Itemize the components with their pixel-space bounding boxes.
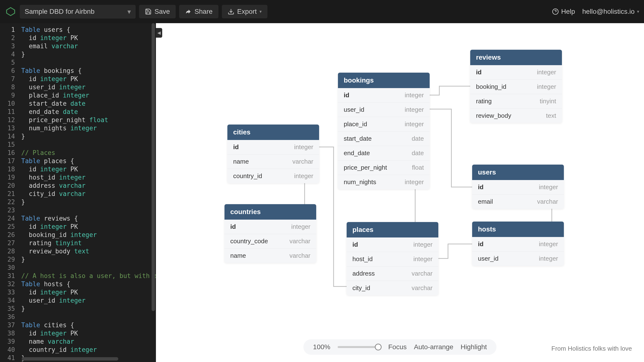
table-row[interactable]: idinteger — [228, 140, 319, 154]
table-cities[interactable]: citiesidintegernamevarcharcountry_idinte… — [228, 124, 319, 183]
column-name: id — [230, 223, 236, 230]
table-row[interactable]: end_datedate — [338, 146, 430, 160]
table-row[interactable]: user_idinteger — [338, 102, 430, 117]
table-places[interactable]: placesidintegerhost_idintegeraddressvarc… — [346, 222, 438, 295]
table-reviews[interactable]: reviewsidintegerbooking_idintegerratingt… — [470, 50, 562, 123]
chevron-down-icon: ▾ — [637, 9, 639, 14]
app-logo[interactable] — [5, 6, 16, 18]
table-header[interactable]: places — [346, 222, 438, 238]
table-row[interactable]: review_bodytext — [470, 108, 562, 123]
table-bookings[interactable]: bookingsidintegeruser_idintegerplace_idi… — [338, 73, 430, 189]
editor-scrollbar-vertical[interactable] — [151, 23, 155, 362]
share-label: Share — [194, 8, 213, 16]
table-row[interactable]: idinteger — [224, 220, 316, 234]
table-header[interactable]: bookings — [338, 73, 430, 88]
table-users[interactable]: usersidintegeremailvarchar — [472, 164, 564, 209]
share-button[interactable]: Share — [179, 5, 218, 18]
table-row[interactable]: addressvarchar — [346, 266, 438, 281]
zoom-slider-thumb[interactable] — [374, 344, 382, 350]
column-name: country_id — [233, 172, 262, 180]
auto-arrange-button[interactable]: Auto-arrange — [414, 343, 453, 351]
column-type: integer — [291, 223, 311, 230]
column-type: varchar — [412, 284, 432, 292]
table-row[interactable]: place_idinteger — [338, 117, 430, 132]
code-editor[interactable]: 1234567891011121314151617181920212223242… — [0, 23, 156, 362]
column-type: integer — [539, 255, 558, 262]
user-email: hello@holistics.io — [582, 8, 634, 16]
help-icon — [552, 8, 559, 15]
table-row[interactable]: user_idinteger — [472, 252, 564, 266]
table-row[interactable]: idinteger — [472, 237, 564, 252]
table-row[interactable]: num_nightsinteger — [338, 175, 430, 189]
highlight-button[interactable]: Highlight — [460, 343, 487, 351]
table-header[interactable]: users — [472, 164, 564, 180]
save-label: Save — [154, 8, 170, 16]
column-type: varchar — [292, 158, 313, 165]
table-row[interactable]: city_idvarchar — [346, 281, 438, 295]
column-type: varchar — [537, 198, 558, 205]
focus-button[interactable]: Focus — [388, 343, 406, 351]
column-name: country_code — [230, 238, 268, 245]
column-name: booking_id — [476, 83, 506, 90]
export-button[interactable]: Export ▾ — [222, 5, 268, 18]
column-type: integer — [405, 178, 424, 186]
share-icon — [185, 8, 192, 15]
table-row[interactable]: ratingtinyint — [470, 94, 562, 108]
editor-scrollbar-thumb[interactable] — [152, 23, 155, 311]
column-name: start_date — [344, 135, 372, 142]
column-name: city_id — [352, 284, 370, 292]
column-type: integer — [405, 106, 424, 114]
column-name: host_id — [352, 255, 373, 263]
table-header[interactable]: countries — [224, 204, 316, 220]
column-name: rating — [476, 98, 492, 105]
canvas-controls: 100% Focus Auto-arrange Highlight — [304, 339, 496, 355]
user-menu[interactable]: hello@holistics.io ▾ — [582, 8, 639, 16]
table-header[interactable]: hosts — [472, 222, 564, 237]
help-link[interactable]: Help — [552, 8, 575, 16]
export-label: Export — [237, 8, 257, 16]
download-icon — [228, 8, 234, 15]
collapse-editor-toggle[interactable]: ◀ — [156, 28, 162, 38]
column-name: id — [478, 184, 484, 191]
column-type: varchar — [290, 238, 310, 245]
save-button[interactable]: Save — [139, 5, 176, 18]
column-type: date — [412, 150, 424, 157]
column-type: integer — [539, 184, 558, 191]
column-type: varchar — [412, 270, 432, 277]
table-countries[interactable]: countriesidintegercountry_codevarcharnam… — [224, 204, 316, 263]
table-row[interactable]: booking_idinteger — [470, 80, 562, 94]
column-name: id — [233, 143, 239, 151]
table-row[interactable]: country_idinteger — [228, 169, 319, 183]
column-type: integer — [294, 172, 314, 180]
column-name: place_id — [344, 120, 367, 128]
footer-credit: From Holistics folks with love — [551, 345, 632, 352]
column-name: id — [478, 240, 484, 248]
table-row[interactable]: namevarchar — [224, 248, 316, 263]
table-row[interactable]: emailvarchar — [472, 194, 564, 209]
project-title-text: Sample DBD for Airbnb — [24, 8, 94, 16]
table-row[interactable]: idinteger — [346, 238, 438, 252]
table-row[interactable]: price_per_nightfloat — [338, 160, 430, 175]
table-row[interactable]: idinteger — [470, 65, 562, 80]
column-type: tinyint — [540, 98, 556, 105]
diagram-canvas[interactable]: bookingsidintegeruser_idintegerplace_idi… — [156, 23, 644, 362]
table-row[interactable]: start_datedate — [338, 132, 430, 146]
project-title-dropdown[interactable]: Sample DBD for Airbnb ▾ — [20, 5, 136, 18]
table-row[interactable]: country_codevarchar — [224, 234, 316, 248]
table-row[interactable]: idinteger — [338, 88, 430, 102]
column-name: id — [476, 68, 482, 76]
column-name: name — [230, 252, 246, 260]
code-body[interactable]: Table users { id integer PK email varcha… — [19, 23, 156, 362]
editor-scrollbar-horizontal[interactable] — [22, 357, 118, 360]
table-header[interactable]: cities — [228, 124, 319, 140]
column-name: address — [352, 270, 375, 277]
column-type: integer — [539, 240, 558, 248]
table-header[interactable]: reviews — [470, 50, 562, 65]
table-row[interactable]: namevarchar — [228, 154, 319, 169]
zoom-slider[interactable] — [338, 346, 381, 348]
table-hosts[interactable]: hostsidintegeruser_idinteger — [472, 222, 564, 266]
column-type: text — [546, 112, 556, 120]
column-name: price_per_night — [344, 164, 387, 171]
table-row[interactable]: idinteger — [472, 180, 564, 194]
table-row[interactable]: host_idinteger — [346, 252, 438, 266]
